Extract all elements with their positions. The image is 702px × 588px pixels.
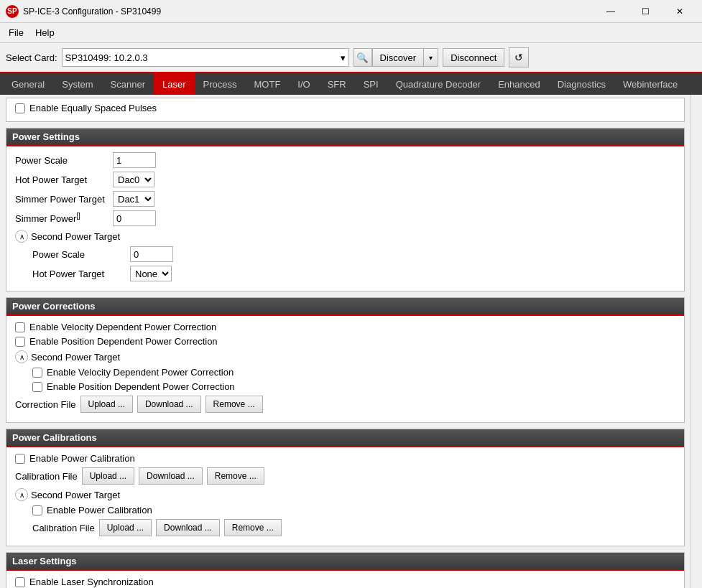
velocity-correction-2-row: Enable Velocity Dependent Power Correcti… (32, 367, 675, 378)
tab-process[interactable]: Process (195, 73, 246, 95)
menu-file[interactable]: File (3, 24, 29, 41)
hot-power-target-label: Hot Power Target (15, 174, 108, 185)
calibration-upload-button[interactable]: Upload ... (82, 467, 134, 485)
equally-spaced-checkbox[interactable] (15, 103, 25, 113)
discover-button[interactable]: Discover (372, 48, 425, 67)
top-partial-section: Enable Equally Spaced Pulses (6, 98, 685, 122)
position-correction-2-checkbox[interactable] (32, 382, 42, 392)
calibration-download-2-button[interactable]: Download ... (156, 519, 220, 536)
power-scale-2-label: Power Scale (32, 249, 126, 260)
enable-power-calibration-2-checkbox[interactable] (32, 505, 42, 515)
laser-settings-section: Laser Settings Enable Laser Synchronizat… (6, 552, 685, 588)
hot-power-target-2-select[interactable]: None Dac0 Dac1 (130, 266, 172, 281)
correction-download-button[interactable]: Download ... (137, 396, 201, 413)
tab-quadrature-decoder[interactable]: Quadrature Decoder (387, 73, 490, 95)
tab-laser[interactable]: Laser (154, 73, 195, 95)
equally-spaced-label: Enable Equally Spaced Pulses (29, 103, 157, 113)
enable-power-calibration-row: Enable Power Calibration (15, 453, 675, 464)
tab-enhanced[interactable]: Enhanced (489, 73, 549, 95)
power-scale-row: Power Scale (15, 152, 675, 168)
tab-general[interactable]: General (3, 73, 53, 95)
correction-remove-button[interactable]: Remove ... (205, 396, 263, 413)
second-power-target-corrections-toggle[interactable]: ∧ Second Power Target (15, 350, 675, 363)
second-power-target-calibration-toggle[interactable]: ∧ Second Power Target (15, 488, 675, 501)
simmer-power-target-row: Simmer Power Target Dac0 Dac1 None (15, 191, 675, 207)
tab-webinterface[interactable]: Webinterface (614, 73, 686, 95)
correction-upload-button[interactable]: Upload ... (80, 396, 133, 413)
card-select-combo[interactable]: SP310499: 10.2.0.3 ▾ (62, 48, 349, 67)
hot-power-target-2-row: Hot Power Target None Dac0 Dac1 (32, 266, 675, 281)
calibration-download-button[interactable]: Download ... (139, 467, 203, 485)
minimize-button[interactable]: — (594, 0, 627, 23)
correction-file-row: Correction File Upload ... Download ... … (15, 396, 675, 413)
position-correction-label: Enable Position Dependent Power Correcti… (29, 336, 218, 347)
velocity-correction-2-label: Enable Velocity Dependent Power Correcti… (47, 367, 234, 378)
hot-power-target-select[interactable]: Dac0 Dac1 None (113, 172, 154, 187)
position-correction-checkbox[interactable] (15, 337, 25, 347)
card-value: SP310499: 10.2.0.3 (65, 52, 148, 63)
second-power-target-corrections-label: Second Power Target (31, 352, 120, 363)
laser-settings-header: Laser Settings (6, 553, 684, 571)
tab-scanner[interactable]: Scanner (102, 73, 154, 95)
enable-power-calibration-2-label: Enable Power Calibration (47, 505, 152, 515)
toolbar: Select Card: SP310499: 10.2.0.3 ▾ 🔍 Disc… (0, 43, 702, 73)
refresh-button[interactable]: ↺ (509, 47, 529, 67)
hot-power-target-row: Hot Power Target Dac0 Dac1 None (15, 172, 675, 187)
power-calibrations-section: Power Calibrations Enable Power Calibrat… (6, 429, 685, 546)
tab-system[interactable]: System (53, 73, 101, 95)
laser-sync-checkbox[interactable] (15, 577, 25, 587)
second-power-target-calibration-content: Enable Power Calibration Calibration Fil… (32, 505, 675, 536)
simmer-power-label: Simmer Power[] (15, 212, 108, 224)
close-button[interactable]: ✕ (663, 0, 696, 23)
power-scale-input[interactable] (113, 152, 156, 168)
velocity-correction-label: Enable Velocity Dependent Power Correcti… (29, 322, 216, 332)
menu-bar: File Help (0, 23, 702, 43)
calibration-remove-2-button[interactable]: Remove ... (224, 519, 282, 536)
power-corrections-section: Power Corrections Enable Velocity Depend… (6, 297, 685, 423)
tab-spi[interactable]: SPI (355, 73, 387, 95)
search-icon-btn[interactable]: 🔍 (354, 48, 372, 67)
maximize-button[interactable]: ☐ (629, 0, 662, 23)
correction-file-label: Correction File (15, 399, 76, 410)
main-content: Enable Equally Spaced Pulses Power Setti… (0, 95, 702, 588)
second-power-target-calibration-label: Second Power Target (31, 490, 120, 500)
position-correction-row: Enable Position Dependent Power Correcti… (15, 336, 675, 347)
tab-diagnostics[interactable]: Diagnostics (549, 73, 614, 95)
scrollbar[interactable] (691, 95, 702, 588)
calibration-remove-button[interactable]: Remove ... (207, 467, 264, 485)
equally-spaced-row: Enable Equally Spaced Pulses (15, 103, 675, 113)
window-title: SP-ICE-3 Configuration - SP310499 (23, 6, 161, 17)
simmer-power-superscript: [] (76, 212, 80, 220)
second-power-target-content: Power Scale Hot Power Target None Dac0 D… (32, 246, 675, 281)
tab-motf[interactable]: MOTF (246, 73, 290, 95)
calibration-file-2-label: Calibration File (32, 523, 95, 533)
power-corrections-body: Enable Velocity Dependent Power Correcti… (6, 316, 684, 422)
second-power-target-toggle[interactable]: ∧ Second Power Target (15, 230, 675, 243)
disconnect-button[interactable]: Disconnect (443, 48, 504, 67)
content-area: Enable Equally Spaced Pulses Power Setti… (0, 95, 691, 588)
velocity-correction-row: Enable Velocity Dependent Power Correcti… (15, 322, 675, 332)
power-settings-section: Power Settings Power Scale Hot Power Tar… (6, 128, 685, 291)
power-calibrations-header: Power Calibrations (6, 429, 684, 447)
simmer-power-target-select[interactable]: Dac0 Dac1 None (113, 191, 154, 207)
enable-power-calibration-label: Enable Power Calibration (29, 453, 135, 464)
laser-sync-label: Enable Laser Synchronization (29, 577, 154, 587)
tab-sfr[interactable]: SFR (319, 73, 355, 95)
nav-tabs: General System Scanner Laser Process MOT… (0, 73, 702, 95)
velocity-correction-checkbox[interactable] (15, 322, 25, 332)
power-scale-2-input[interactable] (130, 246, 173, 262)
enable-power-calibration-checkbox[interactable] (15, 454, 25, 464)
power-scale-label: Power Scale (15, 155, 108, 166)
collapse-icon-2: ∧ (15, 350, 28, 363)
calibration-file-2-row: Calibration File Upload ... Download ...… (32, 519, 675, 536)
tab-io[interactable]: I/O (289, 73, 318, 95)
discover-dropdown-arrow[interactable]: ▾ (424, 48, 438, 67)
simmer-power-target-label: Simmer Power Target (15, 194, 108, 205)
position-correction-2-row: Enable Position Dependent Power Correcti… (32, 381, 675, 392)
power-settings-header: Power Settings (6, 129, 684, 146)
velocity-correction-2-checkbox[interactable] (32, 368, 42, 378)
menu-help[interactable]: Help (29, 24, 60, 41)
simmer-power-input[interactable] (113, 210, 156, 226)
app-icon: SP (6, 5, 19, 18)
calibration-upload-2-button[interactable]: Upload ... (99, 519, 152, 536)
